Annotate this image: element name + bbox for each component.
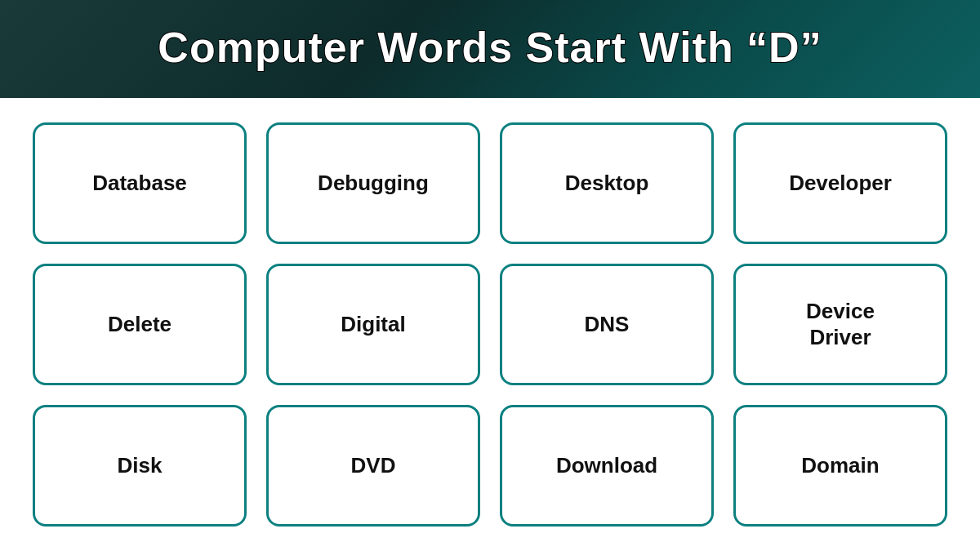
word-card-label: DNS [585, 312, 630, 337]
word-card[interactable]: Domain [733, 405, 947, 527]
word-card[interactable]: Desktop [500, 122, 714, 244]
word-card[interactable]: Database [33, 122, 247, 244]
word-card-label: Desktop [565, 171, 649, 196]
word-card-label: Database [92, 171, 187, 196]
content-area: DatabaseDebuggingDesktopDeveloperDeleteD… [0, 98, 980, 551]
word-card-label: Disk [118, 453, 163, 478]
word-card[interactable]: Delete [33, 264, 247, 385]
word-card-label: DeviceDriver [806, 299, 875, 349]
word-card-label: Developer [789, 171, 892, 196]
page-container: Computer Words Start With “D” DatabaseDe… [0, 0, 980, 551]
page-title: Computer Words Start With “D” [158, 23, 822, 72]
word-grid: DatabaseDebuggingDesktopDeveloperDeleteD… [33, 122, 947, 527]
word-card[interactable]: Developer [733, 122, 947, 244]
word-card[interactable]: DNS [500, 264, 714, 385]
word-card-label: Debugging [318, 171, 429, 196]
word-card[interactable]: Disk [33, 405, 247, 527]
word-card-label: Domain [801, 453, 879, 478]
header: Computer Words Start With “D” [0, 0, 980, 98]
word-card-label: Digital [341, 312, 405, 337]
word-card-label: DVD [351, 453, 396, 478]
word-card-label: Download [556, 453, 657, 478]
word-card[interactable]: Debugging [266, 122, 480, 244]
word-card-label: Delete [108, 312, 172, 337]
word-card[interactable]: DVD [266, 405, 480, 527]
word-card[interactable]: DeviceDriver [733, 264, 947, 385]
word-card[interactable]: Download [500, 405, 714, 527]
word-card[interactable]: Digital [266, 264, 480, 385]
